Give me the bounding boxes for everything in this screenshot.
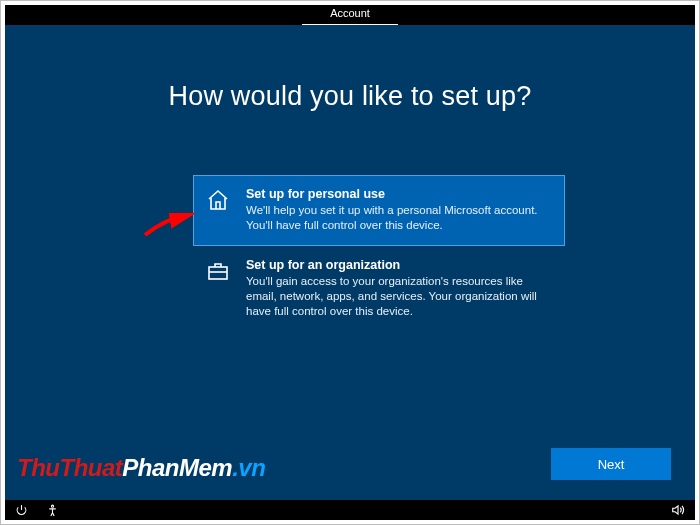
option-organization-description: You'll gain access to your organization'…	[246, 274, 552, 319]
page-title: How would you like to set up?	[5, 81, 695, 112]
svg-point-1	[51, 505, 53, 507]
red-arrow-annotation	[143, 213, 199, 241]
home-icon	[206, 186, 232, 233]
next-button[interactable]: Next	[551, 448, 671, 480]
step-tabs: Account	[302, 5, 398, 25]
accessibility-icon[interactable]	[46, 504, 59, 517]
option-organization-title: Set up for an organization	[246, 257, 552, 274]
setup-options-list: Set up for personal use We'll help you s…	[193, 175, 565, 332]
option-personal-title: Set up for personal use	[246, 186, 552, 203]
taskbar	[5, 500, 695, 520]
option-personal-use[interactable]: Set up for personal use We'll help you s…	[193, 175, 565, 246]
briefcase-icon	[206, 257, 232, 319]
tab-account[interactable]: Account	[302, 4, 398, 26]
setup-step-header: Account	[5, 5, 695, 25]
svg-rect-0	[209, 267, 227, 279]
volume-icon[interactable]	[671, 503, 685, 517]
window-frame: Account How would you like to set up? Se…	[0, 0, 700, 525]
watermark-logo: ThuThuatPhanMem.vn	[17, 454, 265, 482]
power-icon[interactable]	[15, 504, 28, 517]
option-organization[interactable]: Set up for an organization You'll gain a…	[193, 246, 565, 332]
main-panel: How would you like to set up? Set up for…	[5, 25, 695, 500]
option-personal-description: We'll help you set it up with a personal…	[246, 203, 552, 233]
